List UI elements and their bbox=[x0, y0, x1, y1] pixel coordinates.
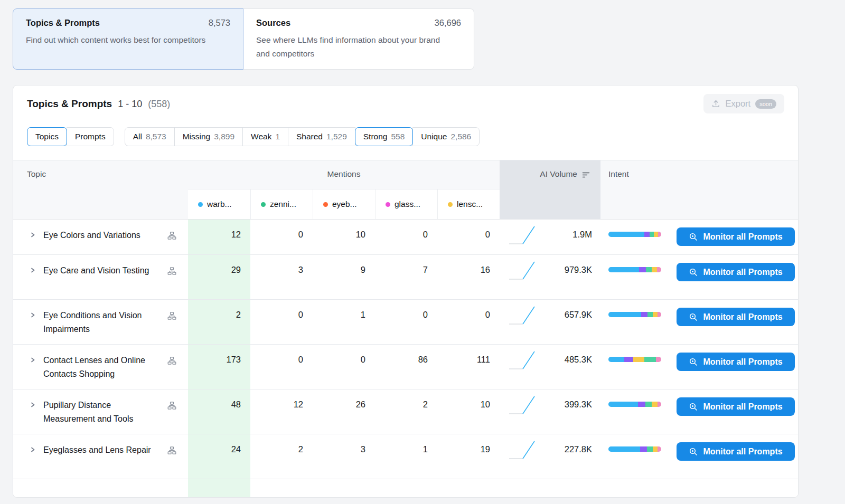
intent-bar bbox=[608, 267, 661, 272]
column-header-ai-volume[interactable]: AI Volume bbox=[500, 160, 600, 219]
magnifier-icon bbox=[689, 447, 698, 457]
export-button[interactable]: Export soon bbox=[703, 94, 784, 113]
mention-count: 10 bbox=[437, 389, 500, 434]
tab-description: Find out which content works best for co… bbox=[26, 33, 212, 47]
page-title: Topics & Prompts bbox=[27, 98, 112, 110]
chevron-right-icon[interactable] bbox=[29, 311, 36, 319]
filter-weak[interactable]: Weak1 bbox=[242, 127, 288, 146]
magnifier-icon bbox=[689, 268, 698, 277]
mention-count: 0 bbox=[250, 345, 313, 389]
column-header-competitor-glass[interactable]: glass... bbox=[375, 189, 437, 219]
tab-count: 8,573 bbox=[209, 18, 230, 28]
export-icon bbox=[711, 99, 720, 108]
column-header-competitor-lensc[interactable]: lensc... bbox=[437, 189, 500, 219]
trend-sparkline bbox=[507, 303, 538, 328]
mention-count: 7 bbox=[375, 255, 437, 299]
mention-count: 12 bbox=[188, 220, 250, 254]
topic-name[interactable]: Eyeglasses and Lens Repair bbox=[43, 443, 151, 457]
mention-count: 0 bbox=[250, 220, 313, 254]
intent-bar bbox=[608, 402, 661, 407]
mention-count: 2 bbox=[375, 389, 437, 434]
intent-bar bbox=[608, 232, 661, 237]
tab-topics-prompts[interactable]: Topics & Prompts 8,573 Find out which co… bbox=[13, 8, 243, 70]
toggle-topics[interactable]: Topics bbox=[27, 127, 67, 146]
trend-sparkline bbox=[507, 438, 538, 462]
mention-count: 0 bbox=[250, 300, 313, 344]
top-tabs: Topics & Prompts 8,573 Find out which co… bbox=[13, 8, 474, 70]
competitor-color-dot bbox=[198, 202, 203, 207]
topic-name[interactable]: Eye Care and Vision Testing bbox=[43, 264, 149, 278]
mention-count: 19 bbox=[437, 434, 500, 479]
result-range: 1 - 10 bbox=[118, 99, 142, 110]
table-row: Eye Conditions and Vision Impairments 2 … bbox=[13, 300, 798, 345]
filter-shared[interactable]: Shared1,529 bbox=[288, 127, 355, 146]
tab-title: Sources bbox=[256, 18, 290, 28]
mention-count: 0 bbox=[375, 300, 437, 344]
trend-sparkline bbox=[507, 259, 538, 283]
ai-volume-value: 657.9K bbox=[565, 310, 592, 320]
mention-count: 24 bbox=[188, 434, 250, 479]
column-header-competitor-eyeb[interactable]: eyeb... bbox=[313, 189, 375, 219]
toggle-prompts[interactable]: Prompts bbox=[67, 127, 114, 146]
filter-strong[interactable]: Strong558 bbox=[355, 127, 414, 146]
intent-bar bbox=[608, 312, 661, 317]
chevron-right-icon[interactable] bbox=[29, 231, 36, 239]
mention-count: 10 bbox=[313, 220, 375, 254]
competitor-color-dot bbox=[261, 202, 266, 207]
monitor-all-prompts-button[interactable]: Monitor all Prompts bbox=[677, 397, 795, 416]
trend-sparkline bbox=[507, 393, 538, 417]
monitor-all-prompts-button[interactable]: Monitor all Prompts bbox=[677, 308, 795, 326]
view-toggle: Topics Prompts bbox=[27, 127, 114, 146]
mention-count: 86 bbox=[375, 345, 437, 389]
column-header-mentions: Mentions bbox=[188, 160, 500, 189]
topic-name[interactable]: Eye Colors and Variations bbox=[43, 229, 140, 242]
mention-count: 48 bbox=[188, 389, 250, 434]
column-header-competitor-zenni[interactable]: zenni... bbox=[250, 189, 313, 219]
intent-bar bbox=[608, 446, 661, 452]
table-row: Eyeglasses and Lens Repair 24 2 3 1 19 2… bbox=[13, 434, 798, 479]
topic-name[interactable]: Contact Lenses and Online Contacts Shopp… bbox=[43, 354, 161, 381]
column-header-topic: Topic bbox=[13, 160, 188, 219]
table-row: Eye Colors and Variations 12 0 10 0 0 1.… bbox=[13, 220, 798, 255]
trend-sparkline bbox=[507, 223, 538, 248]
mention-count: 26 bbox=[313, 389, 375, 434]
mention-count: 2 bbox=[250, 434, 313, 479]
monitor-all-prompts-button[interactable]: Monitor all Prompts bbox=[677, 227, 795, 246]
tab-title: Topics & Prompts bbox=[26, 18, 100, 28]
monitor-all-prompts-button[interactable]: Monitor all Prompts bbox=[677, 263, 795, 281]
mention-count: 2 bbox=[188, 300, 250, 344]
table-row: Pupillary Distance Measurement and Tools… bbox=[13, 389, 798, 434]
export-label: Export bbox=[725, 99, 750, 109]
sort-descending-icon bbox=[582, 171, 590, 180]
competitor-color-dot bbox=[448, 202, 453, 207]
mention-count: 12 bbox=[250, 389, 313, 434]
topic-name[interactable]: Pupillary Distance Measurement and Tools bbox=[43, 398, 161, 426]
monitor-all-prompts-button[interactable]: Monitor all Prompts bbox=[677, 353, 795, 371]
sitemap-icon bbox=[167, 267, 176, 275]
panel-title-group: Topics & Prompts 1 - 10 (558) bbox=[27, 98, 170, 110]
chevron-right-icon[interactable] bbox=[29, 356, 36, 364]
column-header-intent: Intent bbox=[600, 160, 798, 219]
tab-count: 36,696 bbox=[435, 18, 461, 28]
mention-count: 3 bbox=[250, 255, 313, 299]
mention-count: 0 bbox=[375, 220, 437, 254]
table-row: Contact Lenses and Online Contacts Shopp… bbox=[13, 345, 798, 389]
chevron-right-icon[interactable] bbox=[29, 446, 36, 453]
sitemap-icon bbox=[167, 231, 176, 240]
mention-count: 29 bbox=[188, 255, 250, 299]
monitor-all-prompts-button[interactable]: Monitor all Prompts bbox=[677, 442, 795, 461]
tab-sources[interactable]: Sources 36,696 See where LLMs find infor… bbox=[243, 8, 474, 70]
topic-name[interactable]: Eye Conditions and Vision Impairments bbox=[43, 309, 161, 336]
filter-missing[interactable]: Missing3,899 bbox=[174, 127, 243, 146]
mention-count: 0 bbox=[437, 300, 500, 344]
sitemap-icon bbox=[167, 401, 176, 410]
chevron-right-icon[interactable] bbox=[29, 401, 36, 408]
result-total: (558) bbox=[148, 99, 170, 110]
competitor-color-dot bbox=[386, 202, 390, 207]
chevron-right-icon[interactable] bbox=[29, 267, 36, 274]
filter-unique[interactable]: Unique2,586 bbox=[412, 127, 480, 146]
mention-count: 3 bbox=[313, 434, 375, 479]
table-row: Eye Care and Vision Testing 29 3 9 7 16 … bbox=[13, 255, 798, 300]
column-header-competitor-warby[interactable]: warb... bbox=[188, 189, 250, 219]
filter-all[interactable]: All8,573 bbox=[125, 127, 175, 146]
